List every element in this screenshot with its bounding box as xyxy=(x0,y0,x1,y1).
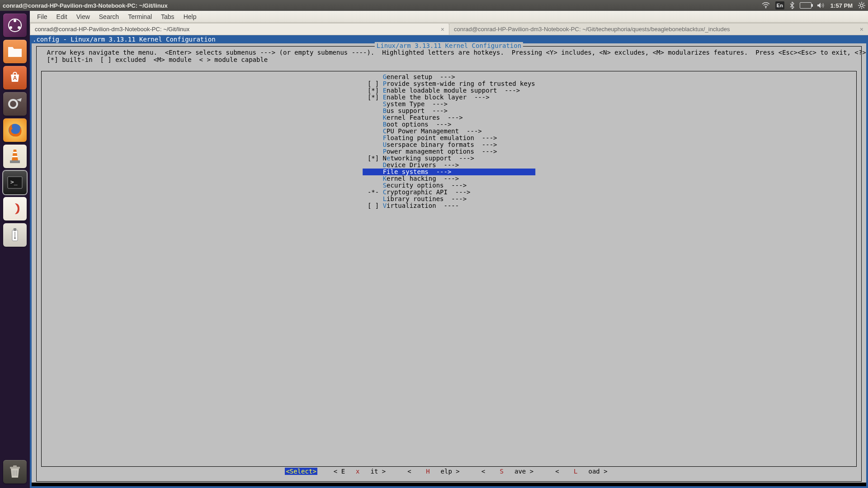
exit-button[interactable]: < Exit > xyxy=(328,468,391,475)
terminal-bottom-edge xyxy=(32,483,866,486)
terminal-window: File Edit View Search Terminal Tabs Help… xyxy=(30,11,868,488)
svg-point-0 xyxy=(765,7,767,9)
menu-item[interactable]: Device Drivers ---> xyxy=(363,162,535,169)
launcher-firefox[interactable] xyxy=(3,118,27,142)
svg-point-15 xyxy=(9,100,17,108)
svg-line-9 xyxy=(863,3,864,4)
menuconfig-title: Linux/arm 3.13.11 Kernel Configuration xyxy=(375,42,523,49)
svg-point-24 xyxy=(14,237,16,239)
launcher-terminal[interactable]: >_ xyxy=(3,171,27,194)
menu-item[interactable]: Library routines ---> xyxy=(363,196,535,202)
menu-item[interactable]: Kernel hacking ---> xyxy=(363,175,535,182)
menuconfig-outer-box: Linux/arm 3.13.11 Kernel Configuration A… xyxy=(36,46,862,482)
menu-item[interactable]: System Type ---> xyxy=(363,101,535,108)
menu-item[interactable]: CPU Power Management ---> xyxy=(363,128,535,135)
svg-line-6 xyxy=(859,3,860,4)
svg-rect-19 xyxy=(10,160,20,163)
sound-icon[interactable] xyxy=(817,2,825,9)
keyboard-language-indicator[interactable]: En xyxy=(775,1,784,9)
menu-item[interactable]: [*] Enable the block layer ---> xyxy=(363,94,535,101)
menuconfig-body: Linux/arm 3.13.11 Kernel Configuration A… xyxy=(30,43,868,488)
battery-icon[interactable] xyxy=(800,2,811,9)
launcher-vlc[interactable] xyxy=(3,145,27,168)
menu-item[interactable]: Power management options ---> xyxy=(363,148,535,155)
select-button[interactable]: <Select> xyxy=(285,468,317,475)
svg-text:>_: >_ xyxy=(10,178,18,185)
menuconfig-buttons: <Select>< Exit >< Help >< Save >< Load > xyxy=(37,468,861,475)
menu-tabs[interactable]: Tabs xyxy=(157,12,178,21)
menuconfig-instructions: Arrow keys navigate the menu. <Enter> se… xyxy=(43,49,855,63)
svg-rect-27 xyxy=(13,465,17,467)
window-title: conrad@conrad-HP-Pavilion-dm3-Notebook-P… xyxy=(3,2,762,9)
menuconfig-menu-box: General setup --->[ ] Provide system-wid… xyxy=(41,71,857,467)
help-button[interactable]: < Help > xyxy=(402,468,465,475)
menu-item[interactable]: File systems ---> xyxy=(363,169,535,175)
system-tray: En 1:57 PM xyxy=(762,1,865,9)
gear-icon[interactable] xyxy=(858,2,865,9)
bluetooth-icon[interactable] xyxy=(790,2,794,9)
svg-rect-23 xyxy=(14,228,16,231)
menu-terminal[interactable]: Terminal xyxy=(124,12,156,21)
menu-item[interactable]: [*] Enable loadable module support ---> xyxy=(363,87,535,94)
menu-item[interactable]: [*] Networking support ---> xyxy=(363,155,535,162)
svg-line-8 xyxy=(859,7,860,8)
launcher-software-center[interactable]: A xyxy=(3,66,27,89)
menu-item[interactable]: [ ] Provide system-wide ring of trusted … xyxy=(363,80,535,87)
svg-point-1 xyxy=(860,4,863,7)
menu-item[interactable]: Floating point emulation ---> xyxy=(363,135,535,141)
svg-point-11 xyxy=(14,19,16,22)
launcher-files[interactable] xyxy=(3,40,27,63)
menu-item[interactable]: -*- Cryptographic API ---> xyxy=(363,189,535,196)
launcher-evince[interactable] xyxy=(3,197,27,221)
close-icon[interactable]: × xyxy=(441,26,444,33)
svg-rect-18 xyxy=(12,156,18,157)
menu-file[interactable]: File xyxy=(33,12,51,21)
launcher-settings[interactable] xyxy=(3,92,27,116)
launcher-trash[interactable] xyxy=(3,460,27,483)
menu-item[interactable]: Kernel Features ---> xyxy=(363,114,535,121)
menu-view[interactable]: View xyxy=(73,12,94,21)
menu-item[interactable]: [ ] Virtualization ---- xyxy=(363,202,535,209)
tab-label: conrad@conrad-HP-Pavilion-dm3-Notebook-P… xyxy=(35,26,189,33)
unity-launcher: A >_ xyxy=(0,11,30,488)
terminal-tab-1[interactable]: conrad@conrad-HP-Pavilion-dm3-Notebook-P… xyxy=(30,23,449,35)
menu-edit[interactable]: Edit xyxy=(53,12,71,21)
menu-item[interactable]: General setup ---> xyxy=(363,74,535,80)
tab-label: conrad@conrad-HP-Pavilion-dm3-Notebook-P… xyxy=(454,26,730,33)
menu-item[interactable]: Bus support ---> xyxy=(363,108,535,114)
terminal-tab-2[interactable]: conrad@conrad-HP-Pavilion-dm3-Notebook-P… xyxy=(449,23,868,35)
load-button[interactable]: < Load > xyxy=(550,468,613,475)
terminal-menubar: File Edit View Search Terminal Tabs Help xyxy=(30,11,868,23)
svg-rect-17 xyxy=(13,152,17,153)
wifi-icon[interactable] xyxy=(762,2,770,9)
desktop-topbar: conrad@conrad-HP-Pavilion-dm3-Notebook-P… xyxy=(0,0,868,11)
menu-help[interactable]: Help xyxy=(180,12,200,21)
menuconfig-menu-list[interactable]: General setup --->[ ] Provide system-wid… xyxy=(363,74,535,209)
clock[interactable]: 1:57 PM xyxy=(830,2,853,9)
svg-point-12 xyxy=(9,26,12,29)
menu-item[interactable]: Security options ---> xyxy=(363,182,535,189)
launcher-usb-drive[interactable] xyxy=(3,223,27,247)
svg-text:A: A xyxy=(13,75,17,81)
terminal-tabbar: conrad@conrad-HP-Pavilion-dm3-Notebook-P… xyxy=(30,23,868,35)
close-icon[interactable]: × xyxy=(860,26,863,33)
menu-search[interactable]: Search xyxy=(95,12,123,21)
svg-line-7 xyxy=(863,7,864,8)
save-button[interactable]: < Save > xyxy=(476,468,539,475)
menu-item[interactable]: Userspace binary formats ---> xyxy=(363,141,535,148)
menu-item[interactable]: Boot options ---> xyxy=(363,121,535,128)
svg-point-13 xyxy=(18,26,20,29)
launcher-dash[interactable] xyxy=(3,14,27,37)
terminal-viewport[interactable]: .config - Linux/arm 3.13.11 Kernel Confi… xyxy=(30,35,868,488)
